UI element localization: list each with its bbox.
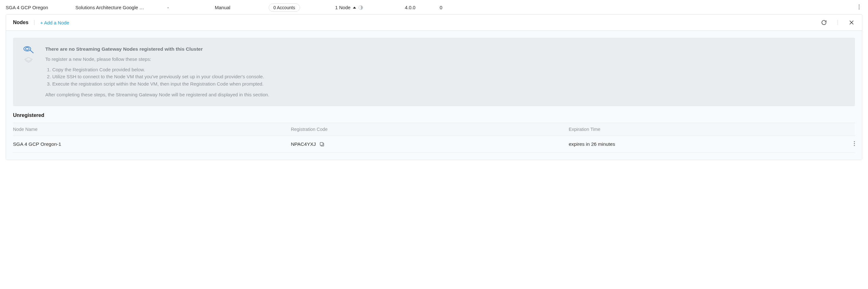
unregistered-table: Node Name Registration Code Expiration T… [13, 123, 855, 153]
info-steps: Copy the Registration Code provided belo… [45, 66, 847, 88]
registration-code-value: NPAC4YXJ [291, 141, 316, 147]
info-title: There are no Streaming Gateway Nodes reg… [45, 45, 847, 53]
panel-title: Nodes [13, 20, 29, 25]
panel-body: There are no Streaming Gateway Nodes reg… [6, 31, 862, 160]
cell-node-name: SGA 4 GCP Oregon-1 [13, 136, 291, 152]
info-content: There are no Streaming Gateway Nodes reg… [45, 45, 847, 98]
info-step: Execute the registration script within t… [52, 81, 847, 88]
svg-point-6 [25, 48, 29, 50]
cell-expiration: expires in 26 minutes [569, 136, 821, 152]
panel-header: Nodes + Add a Node [6, 15, 862, 31]
svg-point-1 [859, 6, 860, 7]
info-step: Utilize SSH to connect to the Node VM th… [52, 73, 847, 81]
svg-rect-9 [320, 142, 323, 145]
caret-up-icon [353, 7, 356, 8]
cluster-summary-row: SGA 4 GCP Oregon Solutions Architecture … [0, 0, 868, 14]
svg-point-11 [854, 143, 855, 144]
cluster-nodes-cell[interactable]: 1 Node [335, 5, 405, 10]
close-button[interactable] [848, 19, 855, 26]
nodes-panel: Nodes + Add a Node [6, 14, 862, 160]
svg-point-2 [859, 8, 860, 9]
info-icons [21, 45, 36, 98]
accounts-pill[interactable]: 0 Accounts [269, 3, 300, 12]
cluster-dash: - [167, 5, 215, 10]
cluster-zero: 0 [440, 5, 459, 10]
refresh-button[interactable] [820, 19, 828, 26]
info-footer: After completing these steps, the Stream… [45, 91, 847, 98]
info-box: There are no Streaming Gateway Nodes reg… [13, 38, 855, 106]
cell-registration-code: NPAC4YXJ [291, 136, 569, 152]
cell-actions [822, 136, 855, 152]
separator [838, 20, 838, 25]
progress-half-icon [359, 5, 363, 10]
table-header-row: Node Name Registration Code Expiration T… [13, 123, 855, 136]
svg-point-10 [854, 141, 855, 142]
cluster-mode: Manual [215, 5, 269, 10]
th-registration-code: Registration Code [291, 123, 569, 136]
table-row: SGA 4 GCP Oregon-1 NPAC4YXJ expires in 2… [13, 136, 855, 152]
info-subtitle: To register a new Node, please follow th… [45, 56, 847, 63]
info-step: Copy the Registration Code provided belo… [52, 66, 847, 74]
row-menu-icon[interactable] [854, 142, 855, 147]
copy-icon[interactable] [320, 142, 325, 147]
header-actions [820, 19, 855, 26]
th-node-name: Node Name [13, 123, 291, 136]
node-count-label: 1 Node [335, 5, 350, 10]
cluster-name: SGA 4 GCP Oregon [6, 5, 75, 10]
layer-icon [24, 57, 33, 64]
cluster-version: 4.0.0 [405, 5, 440, 10]
search-icon [23, 45, 34, 55]
svg-point-0 [859, 4, 860, 5]
th-expiration: Expiration Time [569, 123, 821, 136]
section-title: Unregistered [13, 106, 855, 123]
svg-point-12 [854, 145, 855, 146]
th-actions [822, 123, 855, 136]
add-node-link[interactable]: + Add a Node [40, 20, 69, 25]
svg-line-7 [30, 50, 33, 53]
cluster-row-menu[interactable] [856, 3, 862, 12]
cluster-architecture: Solutions Architecture Google … [75, 5, 167, 10]
cluster-accounts-cell: 0 Accounts [269, 3, 335, 12]
